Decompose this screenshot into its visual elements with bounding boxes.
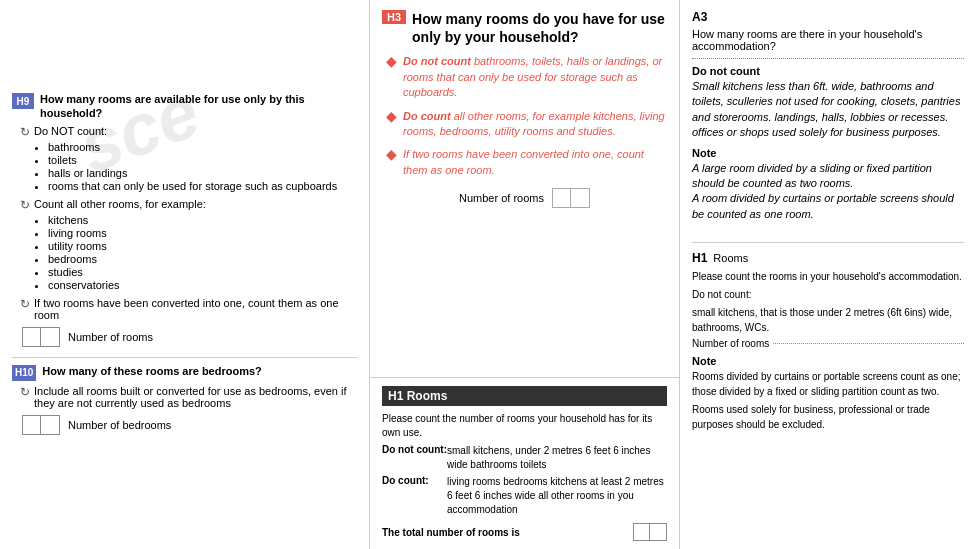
h10-badge: H10	[12, 365, 36, 381]
h3-bullet-3: ◆ If two rooms have been converted into …	[382, 147, 667, 178]
note-label-bottom-right: Note	[692, 355, 964, 367]
list-item: kitchens	[48, 214, 357, 226]
h10-rooms-row: Number of bedrooms	[22, 415, 357, 435]
h3-bullet-1: ◆ Do not count bathrooms, toilets, halls…	[382, 54, 667, 100]
h9-text: How many rooms are available for use onl…	[40, 92, 357, 121]
note-label-right: Note	[692, 147, 964, 159]
do-not-count-detail-right: small kitchens, that is those under 2 me…	[692, 305, 964, 335]
count-all-label: Count all other rooms, for example:	[34, 198, 206, 210]
middle-rooms-row: Number of rooms	[382, 188, 667, 208]
middle-rooms-box[interactable]	[552, 188, 590, 208]
h10-rooms-box[interactable]	[22, 415, 60, 435]
h10-text: How many of these rooms are bedrooms?	[42, 364, 261, 378]
middle-rooms-label: Number of rooms	[459, 192, 544, 204]
arrow-icon-1: ↻	[20, 125, 30, 139]
do-not-label: Do not count:	[382, 444, 447, 455]
right-bottom: H1 Rooms Please count the rooms in your …	[692, 251, 964, 435]
a3-label: A3	[692, 10, 964, 24]
left-panel: sce H9 How many rooms are available for …	[0, 0, 370, 549]
rooms-box-cell	[41, 328, 59, 346]
rooms-box-cell	[23, 416, 41, 434]
arrow-icon-3: ↻	[20, 297, 30, 311]
h9-count-all: ↻ Count all other rooms, for example: ki…	[20, 198, 357, 291]
h10-rooms-label: Number of bedrooms	[68, 419, 171, 431]
do-count-row: Do count: living rooms bedrooms kitchens…	[382, 475, 667, 517]
h3-bullet-text-3: If two rooms have been converted into on…	[403, 147, 667, 178]
divider	[12, 357, 357, 358]
rooms-cell	[553, 189, 571, 207]
h3-badge: H3	[382, 10, 406, 24]
note-text-2-right: A room divided by curtains or portable s…	[692, 191, 964, 222]
h3-title: How many rooms do you have for use only …	[412, 10, 667, 46]
h9-badge: H9	[12, 93, 34, 109]
do-not-count-row: Do not count: small kitchens, under 2 me…	[382, 444, 667, 472]
list-item: bathrooms	[48, 141, 357, 153]
arrow-icon-2: ↻	[20, 198, 30, 212]
arrow-icon-4: ↻	[20, 385, 30, 399]
list-item: toilets	[48, 154, 357, 166]
list-item: studies	[48, 266, 357, 278]
middle-panel: H3 How many rooms do you have for use on…	[370, 0, 680, 549]
diamond-icon-3: ◆	[386, 146, 397, 162]
do-not-count-list: bathrooms toilets halls or landings room…	[48, 141, 357, 192]
h1-intro-text: Please count the number of rooms your ho…	[382, 412, 667, 440]
h3-header: H3 How many rooms do you have for use on…	[382, 10, 667, 46]
question-h10: H10 How many of these rooms are bedrooms…	[12, 364, 357, 435]
dotted-fill	[773, 343, 964, 344]
h9-do-not-count: ↻ Do NOT count: bathrooms toilets halls …	[20, 125, 357, 192]
rooms-label-right: Number of rooms	[692, 338, 769, 349]
diamond-icon-2: ◆	[386, 108, 397, 124]
do-not-value: small kitchens, under 2 metres 6 feet 6 …	[447, 444, 667, 472]
h1-intro-right: Please count the rooms in your household…	[692, 269, 964, 284]
do-count-label: Do count:	[382, 475, 447, 486]
do-not-count-right: Do not count:	[692, 287, 964, 302]
a3-title-text: How many rooms are there in your househo…	[692, 28, 964, 52]
total-row: The total number of rooms is	[382, 523, 667, 541]
do-not-count-label: Do NOT count:	[34, 125, 107, 137]
h9-rooms-label: Number of rooms	[68, 331, 153, 343]
list-item: living rooms	[48, 227, 357, 239]
count-all-list: kitchens living rooms utility rooms bedr…	[48, 214, 357, 291]
h3-bullet-text-2: Do count all other rooms, for example ki…	[403, 109, 667, 140]
h1-rooms-right-header: H1 Rooms	[692, 251, 964, 265]
h9-note-text: If two rooms have been converted into on…	[34, 297, 357, 321]
list-item: bedrooms	[48, 253, 357, 265]
h1-label: H1	[692, 251, 707, 265]
list-item: halls or landings	[48, 167, 357, 179]
note-text-1-right: A large room divided by a sliding or fix…	[692, 161, 964, 192]
h10-note-text: Include all rooms built or converted for…	[34, 385, 357, 409]
middle-bottom: H1 Rooms Please count the number of room…	[370, 378, 679, 549]
h9-note: ↻ If two rooms have been converted into …	[20, 297, 357, 321]
list-item: rooms that can only be used for storage …	[48, 180, 357, 192]
middle-top: H3 How many rooms do you have for use on…	[370, 0, 679, 378]
total-label: The total number of rooms is	[382, 527, 633, 538]
h1-rooms-header: H1 Rooms	[382, 386, 667, 406]
list-item: utility rooms	[48, 240, 357, 252]
h9-rooms-row: Number of rooms	[22, 327, 357, 347]
right-top: A3 How many rooms are there in your hous…	[692, 10, 964, 222]
list-item: conservatories	[48, 279, 357, 291]
question-h9: H9 How many rooms are available for use …	[12, 92, 357, 347]
h10-note: ↻ Include all rooms built or converted f…	[20, 385, 357, 409]
total-cell	[650, 524, 666, 540]
diamond-icon-1: ◆	[386, 53, 397, 69]
do-count-value: living rooms bedrooms kitchens at least …	[447, 475, 667, 517]
dotted-line-1	[692, 58, 964, 59]
do-not-count-text-right: Small kitchens less than 6ft. wide, bath…	[692, 79, 964, 141]
h1-rooms-right-title: Rooms	[713, 252, 748, 264]
total-cell	[634, 524, 650, 540]
h9-rooms-box[interactable]	[22, 327, 60, 347]
total-box[interactable]	[633, 523, 667, 541]
rooms-dotted-row: Number of rooms	[692, 338, 964, 349]
rooms-box-cell	[41, 416, 59, 434]
h3-bullet-2: ◆ Do count all other rooms, for example …	[382, 109, 667, 140]
do-not-count-label-right: Do not count	[692, 65, 964, 77]
note-text-2-bottom-right: Rooms used solely for business, professi…	[692, 402, 964, 432]
note-text-1-bottom-right: Rooms divided by curtains or portable sc…	[692, 369, 964, 399]
right-panel: A3 How many rooms are there in your hous…	[680, 0, 976, 549]
h3-bullet-text-1: Do not count bathrooms, toilets, halls o…	[403, 54, 667, 100]
right-divider	[692, 242, 964, 243]
rooms-box-cell	[23, 328, 41, 346]
rooms-cell	[571, 189, 589, 207]
